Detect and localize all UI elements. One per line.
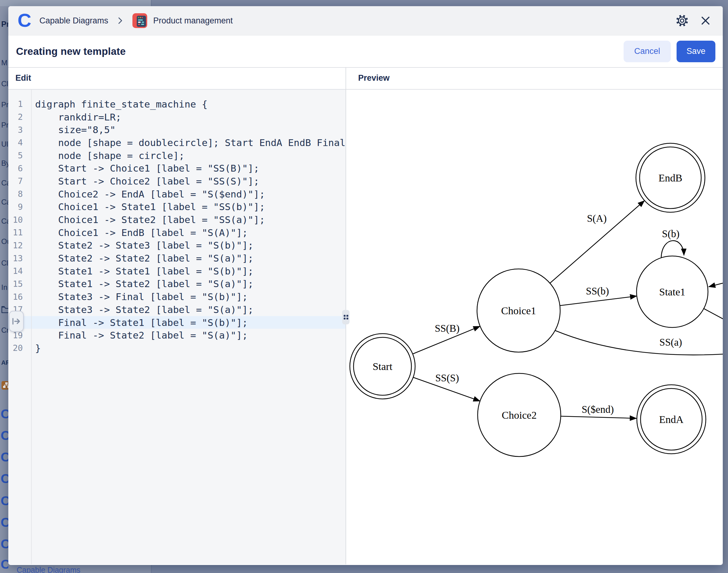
diagram-node-label: Start: [373, 361, 393, 372]
code-text: State1 -> State1 [label = "S(b)"];: [35, 266, 254, 277]
background-main-area: [151, 0, 728, 6]
code-text: State1 -> State2 [label = "S(a)"];: [35, 278, 254, 289]
background-sidebar: PrMClPrPrUlByCaCaCaOuClInCrAPCCCCCCCC: [0, 6, 8, 573]
line-number: 20: [8, 343, 31, 353]
code-line[interactable]: 12 State2 -> State3 [label = "S(b)"];: [8, 239, 346, 252]
diagram-node-label: State1: [659, 286, 685, 298]
background-app-logo-icon: C: [1, 516, 8, 529]
background-sidebar-item: Ca: [1, 179, 8, 187]
code-text: State2 -> State2 [label = "S(a)"];: [35, 253, 254, 264]
background-org-icon: [1, 381, 8, 392]
background-folder-icon: [1, 306, 8, 315]
indent-marker-button[interactable]: [9, 311, 24, 332]
code-line[interactable]: 7 Start -> Choice2 [label = "SS(S)"];: [8, 175, 346, 188]
edit-pane-label: Edit: [15, 73, 31, 83]
line-number: 6: [8, 164, 31, 173]
background-page-bottom: Capable Diagrams: [8, 565, 728, 573]
code-text: Choice1 -> State1 [label = "SS(b)"];: [35, 201, 265, 212]
code-line[interactable]: 1digraph finite_state_machine {: [8, 98, 346, 111]
code-editor[interactable]: 1digraph finite_state_machine {2 rankdir…: [8, 90, 346, 564]
code-line[interactable]: 2 rankdir=LR;: [8, 111, 346, 123]
diagram-node-label: Choice2: [502, 409, 537, 421]
code-line[interactable]: 8 Choice2 -> EndA [label = "S($end)"];: [8, 188, 346, 201]
code-line[interactable]: 20}: [8, 342, 346, 355]
diagram-edge: [709, 282, 723, 287]
code-line[interactable]: 13 State2 -> State2 [label = "S(a)"];: [8, 252, 346, 265]
code-text: Final -> State2 [label = "S(a)"];: [35, 330, 248, 341]
diagram-edge-label: SS(a): [659, 337, 682, 348]
diagram-edge-label: SS(b): [586, 285, 609, 297]
code-line[interactable]: 16 State3 -> Final [label = "S(b)"];: [8, 290, 346, 303]
diagram-edge: [555, 330, 723, 355]
line-number: 3: [8, 125, 31, 135]
background-sidebar-item: Cl: [1, 259, 8, 267]
diagram-node-label: EndB: [658, 172, 682, 184]
close-icon[interactable]: [699, 14, 712, 28]
diagram-edge-label: S(b): [662, 228, 680, 240]
modal-header: C Capable Diagrams Product management: [8, 6, 723, 36]
line-number: 13: [8, 254, 31, 263]
code-text: node [shape = doublecircle]; Start EndA …: [35, 137, 346, 148]
code-text: rankdir=LR;: [35, 111, 121, 122]
pane-headers: Edit Preview: [8, 68, 723, 90]
diagram-node: Choice1: [477, 269, 560, 352]
background-sidebar-border: [151, 0, 152, 6]
pane-resize-handle-icon[interactable]: [342, 310, 349, 324]
background-app-logo-icon: C: [1, 494, 8, 507]
chevron-right-icon: [118, 17, 123, 24]
background-sidebar-item: Ou: [1, 237, 8, 246]
code-line[interactable]: 4 node [shape = doublecircle]; Start End…: [8, 136, 346, 149]
breadcrumb-app-name[interactable]: Capable Diagrams: [40, 16, 108, 25]
background-app-logo-icon: C: [1, 472, 8, 485]
diagram-preview: SS(B)SS(S)S(A)SS(b)SS(a)S($end)S(b)EndBS…: [346, 90, 723, 564]
background-app-link: Capable Diagrams: [17, 566, 80, 573]
diagram-node: EndB: [636, 143, 705, 212]
code-line[interactable]: 15 State1 -> State2 [label = "S(a)"];: [8, 277, 346, 291]
code-line[interactable]: 17 State3 -> State2 [label = "S(a)"];: [8, 303, 346, 316]
background-app-logo-icon: C: [1, 537, 8, 551]
code-line[interactable]: 6 Start -> Choice1 [label = "SS(B)"];: [8, 162, 346, 175]
code-line[interactable]: 19 Final -> State2 [label = "S(a)"];: [8, 329, 346, 342]
background-sidebar-item: Ca: [1, 198, 8, 206]
background-sidebar-item: In: [1, 283, 7, 292]
line-number: 9: [8, 202, 31, 212]
code-text: digraph finite_state_machine {: [35, 99, 208, 110]
background-app-logo-icon: C: [1, 558, 8, 571]
diagram-edge: [704, 308, 723, 320]
background-app-logo-icon: C: [1, 451, 8, 464]
background-sidebar-item: Cl: [1, 80, 8, 88]
code-line[interactable]: 10 Choice1 -> State2 [label = "SS(a)"];: [8, 213, 346, 226]
gutter-divider: [31, 90, 32, 564]
cancel-button[interactable]: Cancel: [624, 41, 671, 62]
line-number: 2: [8, 112, 31, 122]
settings-gear-icon[interactable]: [675, 14, 689, 28]
breadcrumb-page-name[interactable]: Product management: [153, 16, 233, 25]
code-line[interactable]: 9 Choice1 -> State1 [label = "SS(b)"];: [8, 201, 346, 213]
diagram-edge-label: SS(B): [435, 323, 460, 334]
line-number: 5: [8, 151, 31, 160]
code-text: node [shape = circle];: [35, 150, 184, 161]
code-line[interactable]: 11 Choice1 -> EndB [label = "S(A)"];: [8, 226, 346, 239]
diagram-node-label: EndA: [659, 414, 684, 425]
diagram-edge: [661, 241, 684, 258]
code-text: size="8,5": [35, 124, 115, 135]
code-line[interactable]: 5 node [shape = circle];: [8, 149, 346, 162]
line-number: 4: [8, 138, 31, 147]
line-number: 16: [8, 292, 31, 302]
code-line[interactable]: 14 State1 -> State1 [label = "S(b)"];: [8, 265, 346, 277]
line-number: 1: [8, 99, 31, 109]
line-number: 7: [8, 176, 31, 186]
code-text: Start -> Choice2 [label = "SS(S)"];: [35, 175, 259, 187]
save-button[interactable]: Save: [677, 41, 715, 62]
diagram-node: Choice2: [478, 373, 561, 457]
diagram-edge-label: S($end): [582, 404, 614, 415]
line-number: 12: [8, 241, 31, 250]
diagram-edge-label: S(A): [587, 213, 607, 224]
code-text: }: [35, 343, 41, 354]
code-line[interactable]: 18 Final -> State1 [label = "S(b)"];: [8, 316, 346, 329]
code-text: State3 -> Final [label = "S(b)"];: [35, 291, 248, 302]
code-lines: 1digraph finite_state_machine {2 rankdir…: [8, 98, 346, 355]
code-line[interactable]: 3 size="8,5": [8, 123, 346, 136]
capable-diagrams-modal: C Capable Diagrams Product management: [8, 6, 723, 565]
page-title: Creating new template: [16, 46, 126, 57]
